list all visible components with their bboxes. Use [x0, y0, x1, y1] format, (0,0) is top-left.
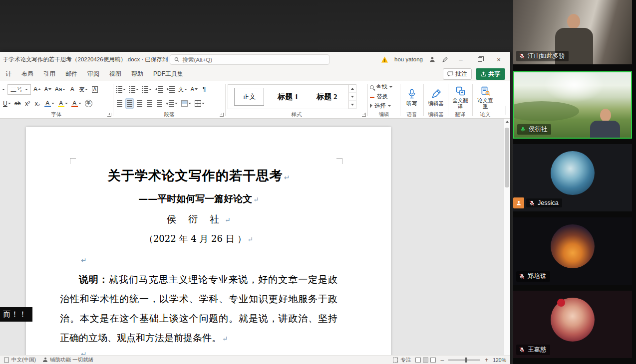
restore-icon	[478, 57, 482, 62]
shrink-font-button[interactable]: A	[43, 84, 52, 95]
justify-button[interactable]	[145, 98, 154, 109]
style-heading2[interactable]: 标题 2	[312, 90, 342, 104]
align-left-button[interactable]	[115, 98, 124, 109]
change-case-button[interactable]: Aa	[54, 84, 67, 95]
scroll-up-icon[interactable]	[506, 121, 509, 123]
underline-button[interactable]: U	[2, 98, 12, 109]
tab-mailings[interactable]: 邮件	[61, 67, 82, 81]
paragraph-dialog-launcher[interactable]	[220, 113, 224, 117]
character-border-button[interactable]: A	[90, 84, 99, 95]
style-heading1[interactable]: 标题 1	[273, 90, 303, 104]
font-dialog-launcher[interactable]	[107, 113, 111, 117]
tab-design-partial[interactable]: 计	[1, 67, 16, 81]
enclose-characters-button[interactable]: 字	[84, 98, 93, 109]
phonetic-guide-button[interactable]: A	[68, 84, 76, 95]
superscript-button[interactable]: x²	[23, 98, 32, 109]
distribute-button[interactable]	[155, 98, 164, 109]
asian-layout-button[interactable]: 文	[177, 84, 188, 95]
styles-scroll-down[interactable]	[349, 93, 356, 101]
font-color-button[interactable]: A	[70, 98, 82, 109]
pen-mode-icon[interactable]	[442, 56, 448, 63]
document-page[interactable]: 关于学术论文写作的若干思考↵ ——平时如何写一篇好论文↵ 侯 衍 社↵ （202…	[26, 127, 391, 355]
font-size-combo[interactable]: 三号	[7, 84, 31, 95]
account-icon[interactable]	[429, 56, 436, 63]
shading-button[interactable]	[180, 98, 192, 109]
styles-more-button[interactable]	[349, 101, 356, 109]
paper-check-icon	[481, 86, 490, 96]
text-effects-button[interactable]: A	[43, 98, 55, 109]
vertical-scrollbar[interactable]	[503, 119, 510, 355]
zoom-level[interactable]: 120%	[493, 357, 506, 363]
participant-tile-jiangshan[interactable]: 江山如此多骄	[513, 0, 632, 64]
zoom-out-button[interactable]: –	[440, 358, 444, 363]
participant-name: 王嘉慈	[528, 346, 547, 354]
status-bar: 中文(中国) 辅助功能 一切就绪 专注 – + 120%	[0, 355, 510, 364]
language-status[interactable]: 中文(中国)	[11, 357, 36, 364]
close-button[interactable]: ×	[492, 54, 505, 65]
focus-mode-button[interactable]: 专注	[393, 357, 411, 364]
align-center-button[interactable]	[125, 98, 134, 109]
strikethrough-button[interactable]: ab	[13, 98, 22, 109]
font-name-dropdown-icon[interactable]	[2, 89, 5, 90]
subscript-button[interactable]: x₂	[33, 98, 42, 109]
chinese-convert-button[interactable]: 变	[78, 84, 89, 95]
paper-check-button[interactable]: 论文查重	[475, 84, 495, 109]
minimize-button[interactable]: –	[454, 54, 467, 65]
user-name[interactable]: hou yatong	[394, 56, 423, 62]
select-button[interactable]: 选择	[370, 102, 398, 111]
search-box[interactable]	[170, 54, 329, 65]
web-layout-button[interactable]	[430, 358, 436, 363]
show-marks-button[interactable]: ¶	[200, 84, 209, 95]
sunlight-glow	[544, 71, 604, 102]
tab-pdf-tools[interactable]: PDF工具集	[149, 67, 188, 81]
styles-dialog-launcher[interactable]	[362, 113, 366, 117]
tab-review[interactable]: 审阅	[83, 67, 104, 81]
search-input[interactable]	[182, 57, 325, 63]
editor-group: 编辑器 编辑器	[424, 82, 448, 118]
read-mode-button[interactable]	[415, 358, 421, 363]
accessibility-status[interactable]: 辅助功能 一切就绪	[50, 357, 93, 364]
line-spacing-button[interactable]	[165, 98, 179, 109]
style-normal[interactable]: 正文	[234, 88, 264, 106]
document-area[interactable]: 关于学术论文写作的若干思考↵ ——平时如何写一篇好论文↵ 侯 衍 社↵ （202…	[0, 119, 510, 355]
increase-indent-button[interactable]	[166, 84, 176, 95]
zoom-slider-thumb[interactable]	[465, 358, 467, 363]
share-button[interactable]: 共享	[476, 68, 505, 80]
page-info-icon[interactable]	[4, 358, 9, 363]
toast-message: 而！！	[0, 307, 32, 322]
translate-button[interactable]: 全文翻译	[450, 84, 470, 109]
bullets-button[interactable]	[115, 84, 127, 95]
find-button[interactable]: 查找	[370, 83, 398, 92]
participant-tile-jessica[interactable]: Jessica	[513, 144, 632, 211]
dictate-mic-icon	[407, 89, 416, 99]
tab-view[interactable]: 视图	[105, 67, 126, 81]
participant-tile-wangjiaci[interactable]: 王嘉慈	[513, 291, 632, 358]
collapse-ribbon-button[interactable]	[506, 106, 506, 115]
styles-scroll-up[interactable]	[349, 85, 356, 93]
replace-button[interactable]: 替换	[370, 92, 398, 101]
tab-references[interactable]: 引用	[39, 67, 60, 81]
participant-tile-zhengpeizhu[interactable]: 郑培珠	[513, 217, 632, 285]
restore-button[interactable]	[473, 54, 486, 65]
zoom-slider[interactable]	[448, 360, 480, 361]
zoom-in-button[interactable]: +	[485, 358, 488, 363]
editor-button[interactable]: 编辑器	[426, 87, 446, 106]
comments-button[interactable]: 批注	[443, 68, 472, 80]
multilevel-list-button[interactable]	[141, 84, 153, 95]
print-layout-button[interactable]	[423, 358, 428, 363]
warning-icon[interactable]	[381, 56, 388, 63]
borders-button[interactable]	[194, 98, 206, 109]
highlight-color-button[interactable]: A	[57, 98, 69, 109]
tab-layout[interactable]: 布局	[17, 67, 38, 81]
find-icon	[370, 85, 374, 89]
person-silhouette	[567, 14, 580, 29]
align-right-button[interactable]	[135, 98, 144, 109]
tab-help[interactable]: 帮助	[127, 67, 148, 81]
scrollbar-thumb[interactable]	[505, 128, 509, 187]
participant-tile-houyanshe[interactable]: 侯衍社	[513, 71, 632, 139]
sort-button[interactable]: A	[190, 84, 199, 95]
decrease-indent-button[interactable]	[154, 84, 164, 95]
grow-font-button[interactable]: A	[32, 84, 42, 95]
dictate-button[interactable]: 听写	[402, 87, 422, 106]
numbering-button[interactable]	[128, 84, 140, 95]
